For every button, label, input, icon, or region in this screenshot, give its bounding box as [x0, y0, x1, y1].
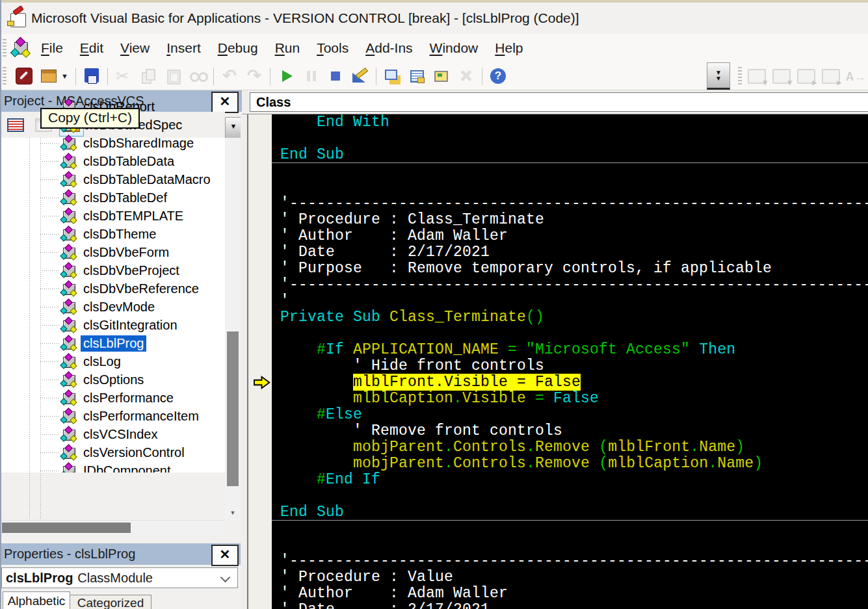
tree-item-clsPerformance[interactable]: clsPerformance [0, 389, 225, 407]
tree-item-IDbComponent[interactable]: IDbComponent [0, 461, 225, 473]
insert-userform-button[interactable] [36, 64, 61, 88]
code-line: '---------------------------------------… [272, 277, 868, 293]
code-line: ' Hide front controls [272, 358, 868, 374]
undo-button[interactable] [217, 64, 242, 88]
code-margin-indicator-bar[interactable] [248, 114, 272, 609]
menu-tools[interactable]: Tools [308, 38, 357, 58]
complete-word-icon: A→ [846, 70, 866, 83]
class-module-icon [61, 373, 77, 387]
vertical-scrollbar-thumb[interactable] [227, 331, 239, 486]
break-button[interactable] [298, 64, 323, 88]
menu-addins[interactable]: Add-Ins [357, 38, 421, 58]
edit-toolbar-grip[interactable] [738, 67, 742, 85]
tree-item-clsGitIntegration[interactable]: clsGitIntegration [0, 316, 225, 334]
object-dropdown[interactable]: Class [250, 92, 868, 112]
tree-item-clsDbTableData[interactable]: clsDbTableData [0, 152, 225, 170]
tree-item-clsDbVbeReference[interactable]: clsDbVbeReference [0, 279, 225, 298]
copy-button[interactable] [136, 64, 161, 88]
menu-debug[interactable]: Debug [209, 38, 267, 58]
menu-view[interactable]: View [112, 38, 158, 58]
menubar-grip[interactable] [3, 39, 7, 57]
parameter-info-button[interactable]: ▸ [819, 64, 843, 88]
code-line-execution-point: mlblFront.Visible = False [272, 374, 868, 391]
horizontal-scrollbar-thumb[interactable] [2, 523, 131, 533]
tree-item-label: clsLog [81, 354, 124, 370]
list-properties-button[interactable]: ▾ [744, 64, 769, 88]
tree-item-label: clsGitIntegration [81, 317, 180, 333]
help-button[interactable] [486, 64, 510, 88]
object-browser-icon [432, 66, 451, 86]
menu-insert[interactable]: Insert [158, 38, 209, 58]
quick-info-button[interactable]: ▸ [794, 64, 819, 88]
tree-item-clsDbTableDataMacro[interactable]: clsDbTableDataMacro [0, 170, 225, 188]
save-button[interactable] [79, 64, 104, 88]
properties-panel-header: Properties - clsLblProg ✕ [0, 543, 242, 565]
tab-categorized[interactable]: Categorized [70, 595, 151, 609]
properties-panel-close-button[interactable]: ✕ [211, 545, 239, 566]
toolbar-options-chevron-icon: ▼ [715, 75, 722, 81]
window-title: Microsoft Visual Basic for Applications … [31, 10, 579, 26]
menu-run[interactable]: Run [267, 38, 309, 58]
project-explorer-button[interactable] [380, 64, 404, 88]
list-constants-button[interactable]: ▾ [769, 64, 794, 88]
menu-file[interactable]: File [33, 38, 72, 58]
code-line: ' Author : Adam Waller [272, 228, 868, 244]
tree-scroll-up-button[interactable]: ▼ [225, 117, 242, 140]
view-microsoft-access-button[interactable] [12, 64, 36, 88]
class-module-icon [61, 191, 77, 205]
tree-item-clsVCSIndex[interactable]: clsVCSIndex [0, 425, 225, 443]
code-line: ' Date : 2/17/2021 [272, 244, 868, 261]
tab-alphabetic[interactable]: Alphabetic [3, 591, 70, 609]
code-line: #Else [272, 407, 868, 423]
toolbar-options-button[interactable]: ▼ ▼ [707, 62, 730, 90]
tree-item-clsPerformanceItem[interactable]: clsPerformanceItem [0, 407, 225, 425]
redo-button[interactable] [242, 64, 267, 88]
scrollbar-down-arrow[interactable]: ▼ [225, 510, 241, 520]
complete-word-button[interactable]: A→ [843, 64, 868, 88]
standard-toolbar: ▼ ▼ ▼ ▾▾▸▸A→ [0, 62, 868, 90]
tree-item-clsDbTheme[interactable]: clsDbTheme [0, 225, 225, 243]
menu-window[interactable]: Window [421, 38, 487, 58]
cut-button[interactable] [111, 64, 136, 88]
redo-icon [244, 66, 264, 86]
tree-item-clsOptions[interactable]: clsOptions [0, 370, 225, 389]
toolbar-grip[interactable] [3, 67, 7, 85]
tree-guide-line [29, 138, 30, 520]
tree-item-clsLblProg[interactable]: clsLblProg [0, 334, 225, 352]
menu-help[interactable]: Help [486, 38, 531, 58]
project-tree-vertical-scrollbar[interactable]: ▼ [225, 138, 241, 520]
find-button[interactable] [185, 64, 210, 88]
tree-item-clsDevMode[interactable]: clsDevMode [0, 298, 225, 316]
toolbox-button[interactable] [454, 64, 479, 88]
paste-icon [163, 66, 183, 86]
paste-button[interactable] [161, 64, 185, 88]
properties-window-button[interactable] [404, 64, 429, 88]
vba-app-icon [8, 8, 27, 28]
copy-icon [138, 66, 158, 86]
tree-item-clsDbVbeForm[interactable]: clsDbVbeForm [0, 243, 225, 261]
userform-dropdown-arrow[interactable]: ▼ [61, 72, 68, 80]
properties-object-dropdown[interactable]: clsLblProg ClassModule [1, 567, 238, 588]
design-mode-icon [350, 66, 370, 86]
tree-guide-line [40, 138, 41, 520]
run-button[interactable] [274, 64, 298, 88]
reset-button[interactable] [323, 64, 348, 88]
design-mode-button[interactable] [348, 64, 373, 88]
undo-icon [220, 66, 239, 86]
project-tree-horizontal-scrollbar[interactable] [0, 520, 225, 535]
panel-splitter[interactable] [241, 114, 247, 609]
menu-edit[interactable]: Edit [72, 38, 112, 58]
object-browser-button[interactable] [429, 64, 454, 88]
tree-item-clsVersionControl[interactable]: clsVersionControl [0, 443, 225, 461]
tree-item-clsDbSharedImage[interactable]: clsDbSharedImage [0, 134, 225, 152]
execution-point-arrow-icon [253, 376, 270, 389]
class-module-icon [61, 155, 77, 168]
tree-item-clsDbTableDef[interactable]: clsDbTableDef [0, 188, 225, 207]
cut-icon [114, 66, 133, 86]
tree-item-clsDbTEMPLATE[interactable]: clsDbTEMPLATE [0, 207, 225, 225]
tree-item-clsDbVbeProject[interactable]: clsDbVbeProject [0, 261, 225, 279]
code-editor[interactable]: End WithEnd Sub'------------------------… [272, 114, 868, 609]
class-module-icon [61, 227, 77, 241]
tree-item-clsLog[interactable]: clsLog [0, 352, 225, 370]
menu-bar: FileEditViewInsertDebugRunToolsAdd-InsWi… [0, 34, 868, 62]
